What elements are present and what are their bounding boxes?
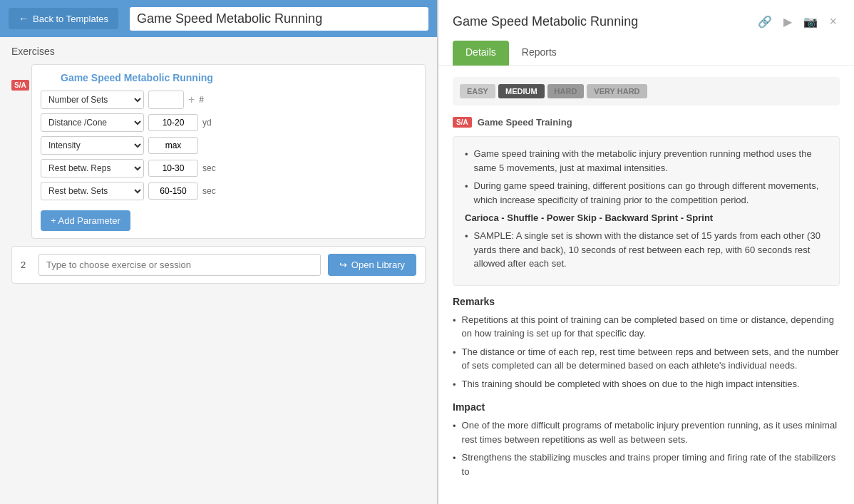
remarks-bullet-2: • The distance or time of each rep, rest…	[453, 345, 840, 373]
right-header: Game Speed Metabolic Running 🔗 ▶ 📷 × Det…	[438, 0, 854, 66]
tabs-row: Details Reports	[453, 41, 840, 65]
sa-badge-1: S/A	[11, 80, 29, 91]
info-bullet-2-text: During game speed training, different po…	[474, 179, 828, 207]
remarks-dot-2: •	[453, 346, 456, 373]
param-row-sets: Number of Sets + #	[41, 91, 416, 109]
impact-dot-2: •	[453, 451, 456, 478]
top-bar: ← Back to Templates Game Speed Metabolic…	[0, 0, 437, 37]
bullet-dot-1: •	[465, 148, 468, 175]
remarks-bullet-2-text: The distance or time of each rep, rest t…	[462, 345, 840, 373]
camera-icon[interactable]: 📷	[801, 12, 820, 31]
info-bullet-1-text: Game speed training with the metabolic i…	[474, 147, 828, 175]
impact-dot-1: •	[453, 419, 456, 446]
sample-bullet: • SAMPLE: A single set is shown with the…	[465, 229, 828, 271]
info-bullet-2: • During game speed training, different …	[465, 179, 828, 207]
exercise-1-card: Game Speed Metabolic Running Number of S…	[31, 64, 426, 239]
remarks-dot-3: •	[453, 378, 456, 392]
add-parameter-button[interactable]: + Add Parameter	[41, 210, 130, 231]
open-lib-label: Open Library	[351, 259, 405, 270]
video-icon[interactable]: ▶	[781, 12, 795, 31]
impact-bullet-1: • One of the more difficult programs of …	[453, 418, 840, 446]
param-input-distance[interactable]	[148, 114, 198, 131]
remarks-bullet-3: • This training should be completed with…	[453, 377, 840, 392]
exercise-1-name: Game Speed Metabolic Running	[41, 72, 416, 83]
difficulty-easy[interactable]: EASY	[460, 84, 495, 98]
bullet-dot-sample: •	[465, 230, 468, 271]
exercise-2-card: 2 ↪ Open Library	[11, 246, 426, 284]
param-select-distance[interactable]: Distance /Cone	[41, 113, 144, 132]
param-plus-sets[interactable]: +	[188, 93, 195, 106]
param-input-intensity[interactable]	[148, 137, 198, 154]
right-panel-title: Game Speed Metabolic Running	[453, 14, 638, 29]
back-to-templates-button[interactable]: ← Back to Templates	[9, 8, 118, 29]
param-row-distance: Distance /Cone yd	[41, 113, 416, 132]
difficulty-bar: EASY MEDIUM HARD VERY HARD	[453, 77, 840, 106]
back-arrow-icon: ←	[19, 13, 29, 24]
section-label: Game Speed Training	[478, 117, 572, 128]
exercise-type-input[interactable]	[38, 254, 321, 276]
right-panel: Game Speed Metabolic Running 🔗 ▶ 📷 × Det…	[438, 0, 854, 504]
right-actions: 🔗 ▶ 📷 ×	[755, 11, 840, 32]
back-button-label: Back to Templates	[33, 14, 108, 24]
tab-reports[interactable]: Reports	[509, 41, 570, 66]
impact-bullet-2-text: Strengthens the stabilizing muscles and …	[462, 451, 840, 478]
bullet-dot-2: •	[465, 180, 468, 207]
remarks-dot-1: •	[453, 314, 456, 341]
section-badge-row: S/A Game Speed Training	[453, 117, 840, 128]
param-unit-sets: #	[199, 95, 217, 105]
param-select-rest-reps[interactable]: Rest betw. Reps	[41, 159, 144, 178]
remarks-bullet-3-text: This training should be completed with s…	[462, 377, 800, 392]
sample-bullet-text: SAMPLE: A single set is shown with the d…	[474, 229, 828, 271]
param-select-intensity[interactable]: Intensity	[41, 136, 144, 155]
param-row-rest-sets: Rest betw. Sets sec	[41, 182, 416, 200]
tab-details[interactable]: Details	[453, 41, 509, 66]
param-unit-rest-reps: sec	[202, 163, 220, 173]
link-icon[interactable]: 🔗	[755, 12, 775, 31]
exercises-label: Exercises	[11, 46, 426, 57]
param-unit-distance: yd	[202, 118, 220, 128]
param-row-rest-reps: Rest betw. Reps sec	[41, 159, 416, 178]
right-title-row: Game Speed Metabolic Running 🔗 ▶ 📷 ×	[453, 11, 840, 32]
param-input-rest-reps[interactable]	[148, 160, 198, 177]
difficulty-very-hard[interactable]: VERY HARD	[587, 84, 647, 98]
impact-bullet-2: • Strengthens the stabilizing muscles an…	[453, 451, 840, 478]
open-library-button[interactable]: ↪ Open Library	[328, 254, 416, 276]
remarks-heading: Remarks	[453, 296, 840, 307]
exercise-1-wrapper: 1 S/A Game Speed Metabolic Running Numbe…	[11, 64, 426, 239]
close-icon[interactable]: ×	[826, 11, 840, 32]
impact-bullet-1-text: One of the more difficult programs of me…	[462, 418, 840, 446]
info-box: • Game speed training with the metabolic…	[453, 136, 840, 286]
difficulty-medium[interactable]: MEDIUM	[498, 84, 545, 98]
sa-badge-right: S/A	[453, 117, 472, 128]
param-select-sets[interactable]: Number of Sets	[41, 91, 144, 109]
impact-heading: Impact	[453, 401, 840, 413]
difficulty-hard[interactable]: HARD	[547, 84, 585, 98]
info-bullet-1: • Game speed training with the metabolic…	[465, 147, 828, 175]
remarks-bullet-1-text: Repetitions at this point of training ca…	[462, 313, 840, 341]
exercises-section: Exercises 1 S/A Game Speed Metabolic Run…	[0, 37, 437, 504]
exercise-2-number: 2	[21, 259, 31, 270]
open-lib-icon: ↪	[339, 259, 347, 270]
right-content: EASY MEDIUM HARD VERY HARD S/A Game Spee…	[438, 66, 854, 504]
template-title: Game Speed Metabolic Running	[130, 7, 428, 31]
param-unit-rest-sets: sec	[202, 186, 220, 196]
param-row-intensity: Intensity	[41, 136, 416, 155]
movements-bold-line: Carioca - Shuffle - Power Skip - Backwar…	[465, 212, 828, 223]
param-select-rest-sets[interactable]: Rest betw. Sets	[41, 182, 144, 200]
param-input-rest-sets[interactable]	[148, 182, 198, 200]
remarks-bullet-1: • Repetitions at this point of training …	[453, 313, 840, 341]
left-panel: ← Back to Templates Game Speed Metabolic…	[0, 0, 438, 504]
